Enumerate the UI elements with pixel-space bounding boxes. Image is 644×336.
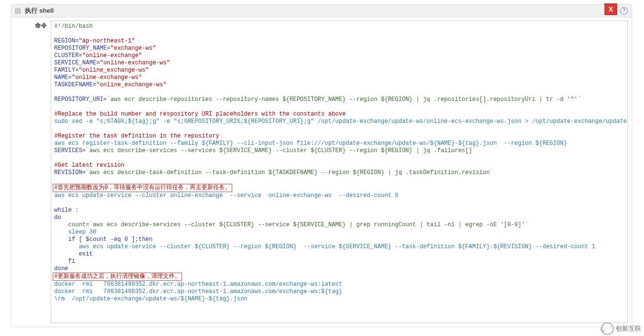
help-icon[interactable]: ? [620, 7, 628, 15]
drag-handle-icon[interactable] [15, 7, 22, 14]
watermark-logo: 创新互联 [601, 322, 641, 335]
panel-body: 命令 #!/bin/bash REGION="ap-northeast-1" R… [11, 18, 632, 327]
highlight-box-2: #更新服务成功之后，执行清理镜像，清理文件。 [53, 273, 182, 281]
shell-step-panel: 执行 shell X ? 命令 #!/bin/bash REGION="ap-n… [11, 4, 632, 327]
panel-header: 执行 shell X ? [11, 4, 632, 18]
panel-title: 执行 shell [25, 6, 54, 15]
highlight-box-1: #首先把预期数改为0，等待服务中没有运行得任务，再去更新任务。 [53, 184, 232, 192]
command-label: 命令 [15, 20, 51, 323]
close-button[interactable]: X [604, 3, 617, 15]
logo-ring-icon [601, 322, 614, 335]
command-textarea[interactable]: #!/bin/bash REGION="ap-northeast-1" REPO… [51, 20, 628, 323]
logo-text: 创新互联 [616, 324, 641, 333]
